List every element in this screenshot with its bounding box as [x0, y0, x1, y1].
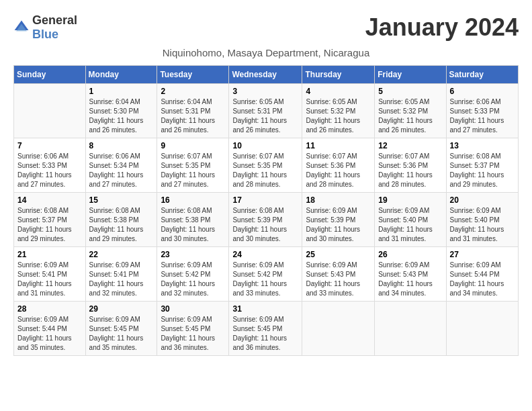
day-number: 12 — [378, 141, 442, 150]
calendar-week-row: 14 Sunrise: 6:08 AMSunset: 5:37 PMDaylig… — [14, 193, 519, 247]
day-info: Sunrise: 6:05 AMSunset: 5:31 PMDaylight:… — [232, 97, 298, 135]
calendar-cell: 17 Sunrise: 6:08 AMSunset: 5:39 PMDaylig… — [229, 193, 302, 247]
calendar-cell: 24 Sunrise: 6:09 AMSunset: 5:42 PMDaylig… — [229, 247, 302, 302]
day-number: 5 — [378, 87, 442, 96]
day-info: Sunrise: 6:06 AMSunset: 5:34 PMDaylight:… — [89, 152, 154, 189]
day-number: 2 — [161, 87, 225, 96]
calendar-cell: 23 Sunrise: 6:09 AMSunset: 5:42 PMDaylig… — [157, 247, 229, 302]
day-info: Sunrise: 6:08 AMSunset: 5:37 PMDaylight:… — [450, 152, 515, 189]
day-info: Sunrise: 6:06 AMSunset: 5:33 PMDaylight:… — [450, 97, 515, 135]
day-info: Sunrise: 6:09 AMSunset: 5:41 PMDaylight:… — [17, 261, 82, 298]
logo-text-blue: Blue — [32, 28, 58, 41]
day-number: 6 — [450, 87, 515, 96]
day-number: 18 — [306, 195, 371, 205]
day-number: 30 — [161, 304, 225, 314]
day-number: 22 — [89, 250, 154, 259]
day-number: 16 — [161, 195, 225, 205]
calendar-week-row: 7 Sunrise: 6:06 AMSunset: 5:33 PMDayligh… — [14, 138, 519, 193]
day-number: 23 — [161, 250, 225, 259]
calendar-cell: 4 Sunrise: 6:05 AMSunset: 5:32 PMDayligh… — [302, 84, 375, 138]
day-number: 13 — [450, 141, 515, 150]
day-number: 1 — [89, 87, 154, 96]
day-info: Sunrise: 6:07 AMSunset: 5:35 PMDaylight:… — [161, 152, 225, 189]
calendar-table: Sunday Monday Tuesday Wednesday Thursday… — [13, 65, 519, 356]
calendar-week-row: 1 Sunrise: 6:04 AMSunset: 5:30 PMDayligh… — [14, 84, 519, 138]
day-info: Sunrise: 6:04 AMSunset: 5:30 PMDaylight:… — [89, 97, 154, 135]
day-number: 28 — [17, 304, 82, 314]
day-info: Sunrise: 6:09 AMSunset: 5:43 PMDaylight:… — [306, 261, 371, 298]
day-number: 27 — [450, 250, 515, 259]
calendar-cell: 6 Sunrise: 6:06 AMSunset: 5:33 PMDayligh… — [446, 84, 518, 138]
day-info: Sunrise: 6:09 AMSunset: 5:45 PMDaylight:… — [161, 315, 225, 353]
day-number: 21 — [17, 250, 82, 259]
day-number: 19 — [378, 195, 442, 205]
calendar-cell: 19 Sunrise: 6:09 AMSunset: 5:40 PMDaylig… — [375, 193, 446, 247]
calendar-cell: 13 Sunrise: 6:08 AMSunset: 5:37 PMDaylig… — [446, 138, 518, 193]
calendar-cell: 30 Sunrise: 6:09 AMSunset: 5:45 PMDaylig… — [157, 302, 229, 356]
day-info: Sunrise: 6:09 AMSunset: 5:45 PMDaylight:… — [232, 315, 298, 353]
day-number: 26 — [378, 250, 442, 259]
day-number: 4 — [306, 87, 371, 96]
day-number: 20 — [450, 195, 515, 205]
calendar-cell: 3 Sunrise: 6:05 AMSunset: 5:31 PMDayligh… — [229, 84, 302, 138]
day-info: Sunrise: 6:09 AMSunset: 5:45 PMDaylight:… — [89, 315, 154, 353]
calendar-cell: 14 Sunrise: 6:08 AMSunset: 5:37 PMDaylig… — [14, 193, 86, 247]
header-friday: Friday — [375, 66, 446, 84]
calendar-cell: 9 Sunrise: 6:07 AMSunset: 5:35 PMDayligh… — [157, 138, 229, 193]
calendar-cell: 10 Sunrise: 6:07 AMSunset: 5:35 PMDaylig… — [229, 138, 302, 193]
day-number: 25 — [306, 250, 371, 259]
day-info: Sunrise: 6:09 AMSunset: 5:40 PMDaylight:… — [450, 206, 515, 244]
day-info: Sunrise: 6:07 AMSunset: 5:36 PMDaylight:… — [306, 152, 371, 189]
day-info: Sunrise: 6:05 AMSunset: 5:32 PMDaylight:… — [306, 97, 371, 135]
day-info: Sunrise: 6:09 AMSunset: 5:42 PMDaylight:… — [232, 261, 298, 298]
calendar-cell: 18 Sunrise: 6:09 AMSunset: 5:39 PMDaylig… — [302, 193, 375, 247]
day-info: Sunrise: 6:08 AMSunset: 5:37 PMDaylight:… — [17, 206, 82, 244]
calendar-cell: 16 Sunrise: 6:08 AMSunset: 5:38 PMDaylig… — [157, 193, 229, 247]
calendar-cell: 28 Sunrise: 6:09 AMSunset: 5:44 PMDaylig… — [14, 302, 86, 356]
day-info: Sunrise: 6:09 AMSunset: 5:44 PMDaylight:… — [17, 315, 82, 353]
calendar-cell — [302, 302, 375, 356]
calendar-cell: 21 Sunrise: 6:09 AMSunset: 5:41 PMDaylig… — [14, 247, 86, 302]
day-number: 14 — [17, 195, 82, 205]
day-number: 10 — [232, 141, 298, 150]
day-info: Sunrise: 6:07 AMSunset: 5:35 PMDaylight:… — [232, 152, 298, 189]
calendar-cell: 1 Sunrise: 6:04 AMSunset: 5:30 PMDayligh… — [85, 84, 157, 138]
calendar-cell: 29 Sunrise: 6:09 AMSunset: 5:45 PMDaylig… — [85, 302, 157, 356]
logo: General Blue — [13, 13, 77, 42]
day-info: Sunrise: 6:07 AMSunset: 5:36 PMDaylight:… — [378, 152, 442, 189]
calendar-cell: 15 Sunrise: 6:08 AMSunset: 5:38 PMDaylig… — [85, 193, 157, 247]
day-number: 11 — [306, 141, 371, 150]
header-sunday: Sunday — [14, 66, 86, 84]
calendar-week-row: 21 Sunrise: 6:09 AMSunset: 5:41 PMDaylig… — [14, 247, 519, 302]
calendar-cell: 26 Sunrise: 6:09 AMSunset: 5:43 PMDaylig… — [375, 247, 446, 302]
calendar-cell — [446, 302, 518, 356]
header: General Blue January 2024 — [13, 13, 519, 42]
calendar-cell: 7 Sunrise: 6:06 AMSunset: 5:33 PMDayligh… — [14, 138, 86, 193]
day-info: Sunrise: 6:09 AMSunset: 5:41 PMDaylight:… — [89, 261, 154, 298]
day-info: Sunrise: 6:08 AMSunset: 5:39 PMDaylight:… — [232, 206, 298, 244]
day-info: Sunrise: 6:08 AMSunset: 5:38 PMDaylight:… — [89, 206, 154, 244]
calendar-cell: 25 Sunrise: 6:09 AMSunset: 5:43 PMDaylig… — [302, 247, 375, 302]
day-info: Sunrise: 6:09 AMSunset: 5:39 PMDaylight:… — [306, 206, 371, 244]
logo-text-general: General — [32, 13, 77, 27]
weekday-header-row: Sunday Monday Tuesday Wednesday Thursday… — [14, 66, 519, 84]
day-info: Sunrise: 6:05 AMSunset: 5:32 PMDaylight:… — [378, 97, 442, 135]
header-saturday: Saturday — [446, 66, 518, 84]
calendar-cell — [375, 302, 446, 356]
day-number: 3 — [232, 87, 298, 96]
logo-icon — [13, 19, 30, 36]
header-thursday: Thursday — [302, 66, 375, 84]
day-number: 7 — [17, 141, 82, 150]
calendar-cell — [14, 84, 86, 138]
day-info: Sunrise: 6:04 AMSunset: 5:31 PMDaylight:… — [161, 97, 225, 135]
calendar-cell: 8 Sunrise: 6:06 AMSunset: 5:34 PMDayligh… — [85, 138, 157, 193]
calendar-cell: 2 Sunrise: 6:04 AMSunset: 5:31 PMDayligh… — [157, 84, 229, 138]
day-info: Sunrise: 6:09 AMSunset: 5:40 PMDaylight:… — [378, 206, 442, 244]
location-subtitle: Niquinohomo, Masaya Department, Nicaragu… — [13, 47, 519, 58]
calendar-cell: 12 Sunrise: 6:07 AMSunset: 5:36 PMDaylig… — [375, 138, 446, 193]
day-info: Sunrise: 6:08 AMSunset: 5:38 PMDaylight:… — [161, 206, 225, 244]
calendar-week-row: 28 Sunrise: 6:09 AMSunset: 5:44 PMDaylig… — [14, 302, 519, 356]
page-container: General Blue January 2024 Niquinohomo, M… — [13, 13, 519, 356]
day-info: Sunrise: 6:06 AMSunset: 5:33 PMDaylight:… — [17, 152, 82, 189]
calendar-cell: 27 Sunrise: 6:09 AMSunset: 5:44 PMDaylig… — [446, 247, 518, 302]
